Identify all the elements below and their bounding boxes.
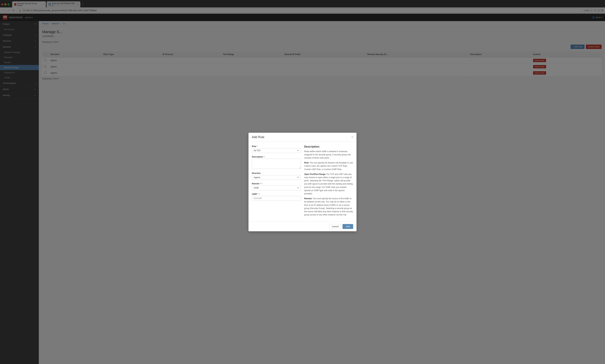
desc-intro: Rules define which traffic is allowed to… (304, 150, 353, 160)
cidr-required: * (257, 193, 258, 195)
direction-select[interactable]: Ingress Egress (252, 175, 301, 180)
form-group-rule: Rule * All TCP All UDP All ICMP Custom T… (252, 145, 301, 153)
add-rule-modal: Add Rule × Rule * All TCP All UDP All I (248, 133, 357, 232)
form-group-description: Description ? (252, 156, 301, 169)
desc-rule-text: You can specify the desired rule templat… (304, 162, 353, 170)
form-group-direction: Direction Ingress Egress (252, 172, 301, 180)
cidr-input[interactable] (252, 196, 301, 201)
desc-remote-text: You must specify the source of the traff… (304, 197, 353, 216)
add-button[interactable]: Add (343, 224, 353, 229)
modal-body-inner: Rule * All TCP All UDP All ICMP Custom T… (252, 145, 353, 218)
modal-footer: Cancel Add (248, 221, 357, 231)
description-help-icon: ? (263, 156, 265, 158)
remote-label: Remote * ? (252, 182, 301, 185)
remote-select[interactable]: CIDR Security Group (252, 185, 301, 190)
desc-rule: Rule: You can specify the desired rule t… (304, 161, 353, 171)
form-group-remote: Remote * ? CIDR Security Group (252, 182, 301, 190)
cancel-button[interactable]: Cancel (329, 224, 341, 229)
desc-port-text: For TCP and UDP rules you may choose to … (304, 173, 353, 195)
modal-close-button[interactable]: × (351, 135, 353, 139)
modal-title: Add Rule (252, 135, 264, 139)
desc-remote-title: Remote: (304, 197, 312, 200)
desc-port: Open Port/Port Range: For TCP and UDP ru… (304, 173, 353, 195)
description-textarea[interactable] (252, 159, 301, 169)
modal-overlay: Add Rule × Rule * All TCP All UDP All I (0, 0, 605, 364)
desc-remote: Remote: You must specify the source of t… (304, 197, 353, 216)
cidr-label: CIDR * ? (252, 193, 301, 195)
remote-help-icon: ? (261, 183, 262, 185)
remote-required: * (260, 182, 261, 185)
desc-title: Description: (304, 145, 353, 148)
form-group-cidr: CIDR * ? (252, 193, 301, 201)
rule-required: * (257, 145, 257, 148)
modal-header: Add Rule × (248, 133, 357, 142)
desc-rule-title: Rule: (304, 162, 309, 164)
modal-body: Rule * All TCP All UDP All ICMP Custom T… (248, 142, 357, 222)
modal-description-panel: Description: Rules define which traffic … (304, 145, 353, 218)
desc-port-title: Open Port/Port Range: (304, 173, 326, 175)
cidr-help-icon: ? (259, 193, 260, 195)
rule-label: Rule * (252, 145, 301, 148)
rule-select[interactable]: All TCP All UDP All ICMP Custom TCP Rule… (252, 148, 301, 153)
description-label: Description ? (252, 156, 301, 158)
modal-form: Rule * All TCP All UDP All ICMP Custom T… (252, 145, 301, 218)
direction-label: Direction (252, 172, 301, 174)
